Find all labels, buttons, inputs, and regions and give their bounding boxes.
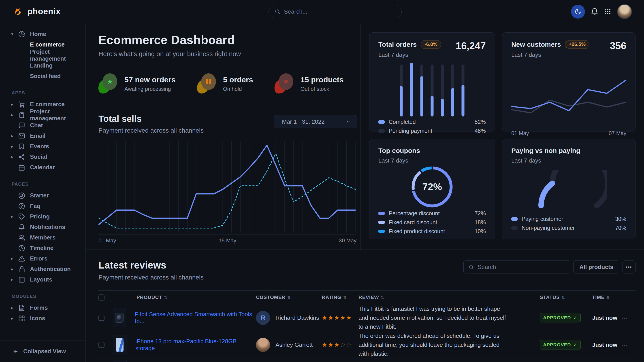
product-link[interactable]: iPhone 13 pro max-Pacific Blue-128GB sto… (136, 338, 256, 352)
reviews-search-input[interactable] (478, 264, 565, 271)
caret-right-icon: ▸ (11, 102, 18, 107)
sidebar-item-layouts[interactable]: ▸Layouts (0, 274, 86, 285)
product-thumbnail-phone (116, 338, 124, 352)
total-orders-value: 16,247 (456, 40, 486, 51)
brand[interactable]: phoenix (13, 6, 61, 17)
latest-reviews-section: Latest reviews Payment received across a… (86, 250, 644, 362)
reviews-search[interactable] (464, 261, 570, 274)
row-more-button[interactable]: ⋯ (618, 341, 636, 349)
search-input[interactable] (284, 8, 396, 15)
sidebar-item-label: Starter (30, 192, 49, 199)
grid-icon (18, 315, 25, 322)
x-tick: 01 May (98, 237, 116, 244)
status-badge: APPROVED ✓ (540, 340, 581, 350)
lock-icon (18, 266, 25, 273)
sidebar-item-pricing[interactable]: ▸Pricing (0, 211, 86, 222)
sidebar-item-calendar[interactable]: Calendar (0, 162, 86, 173)
bookmark-icon (18, 143, 25, 150)
chat-icon (18, 122, 25, 129)
all-products-button[interactable]: All products (573, 261, 620, 274)
caret-right-icon: ▸ (11, 316, 18, 321)
caret-right-icon: ▸ (11, 133, 18, 138)
legend-swatch (378, 129, 385, 133)
sidebar-item-authentication[interactable]: ▸Authentication (0, 264, 86, 274)
card-period: Last 7 days (378, 51, 441, 58)
sidebar-item-starter[interactable]: Starter (0, 190, 86, 201)
date-range-select[interactable]: Mar 1 - 31, 2022 (274, 115, 356, 128)
sidebar-item-timeline[interactable]: Timeline (0, 243, 86, 253)
stat-out-of-stock: ✕ 15 products Out of stock (274, 73, 344, 94)
paying-vs-non-paying-card: Paying vs non paying Last 7 days Paying … (502, 139, 636, 239)
legend-label: Completed (389, 119, 416, 125)
calendar-icon (18, 164, 25, 171)
product-thumbnail[interactable] (113, 308, 126, 327)
sidebar-item-forms[interactable]: ▸Forms (0, 303, 86, 313)
theme-toggle-moon-icon[interactable] (571, 5, 585, 18)
sidebar-item-faq[interactable]: Faq (0, 201, 86, 211)
sidebar-item-events[interactable]: ▸Events (0, 141, 86, 152)
users-icon (18, 234, 25, 241)
product-thumbnail-watch (115, 313, 124, 323)
legend-value: 72% (474, 210, 486, 217)
x-tick: 15 May (218, 237, 236, 244)
collapsed-view-toggle[interactable]: Collapsed View (0, 341, 85, 362)
column-header-status[interactable]: STATUS⇅ (540, 295, 592, 300)
total-orders-bar-chart (378, 61, 486, 117)
divider (98, 106, 356, 106)
card-title: Paying vs non paying (511, 147, 580, 154)
sidebar-item-home[interactable]: ▾Home (0, 29, 86, 39)
select-all-checkbox[interactable] (98, 295, 104, 301)
reviews-more-button[interactable]: ⋯ (622, 261, 636, 274)
sidebar-item-notifications[interactable]: Notifications (0, 222, 86, 232)
customer-name: Ashley Garrett (276, 342, 312, 348)
column-header-product[interactable]: PRODUCT⇅ (113, 295, 256, 300)
sidebar-item-project-management[interactable]: Project management (0, 50, 86, 60)
tag-icon (18, 213, 25, 220)
caret-right-icon: ▸ (11, 267, 18, 272)
sidebar-item-label: Authentication (30, 266, 71, 273)
user-avatar[interactable] (617, 4, 632, 19)
delta-badge: +26.5% (565, 40, 590, 49)
stat-title: 57 new orders (124, 75, 176, 84)
sidebar-item-label: Calendar (30, 164, 55, 171)
bell-icon (18, 224, 25, 231)
column-header-rating[interactable]: RATING⇅ (322, 295, 358, 300)
column-header-time[interactable]: TIME⇅ (592, 295, 618, 300)
star-filled-icon: ★ (334, 342, 340, 348)
total-sells-subtitle: Payment received across all channels (98, 127, 204, 134)
sidebar-item-email[interactable]: ▸Email (0, 131, 86, 141)
legend-value: 18% (474, 219, 486, 226)
sidebar-item-label: Members (30, 234, 56, 241)
new-customers-x-axis: 01 May 07 May (511, 127, 626, 136)
x-tick: 07 May (609, 130, 626, 136)
sidebar-item-members[interactable]: Members (0, 232, 86, 243)
pie-icon (18, 31, 25, 37)
row-checkbox[interactable] (98, 342, 104, 348)
legend-label: Fixed product discount (389, 228, 445, 235)
sidebar-item-icons[interactable]: ▸Icons (0, 313, 86, 324)
legend-item: Percentage discount72% (378, 209, 486, 218)
sidebar-item-project-management[interactable]: ▸Project management (0, 110, 86, 120)
sidebar-item-errors[interactable]: ▸Errors (0, 253, 86, 264)
customer-name: Richard Dawkins (276, 314, 319, 321)
total-orders-legend: Completed52%Pending payment48% (378, 117, 486, 135)
column-header-customer[interactable]: CUSTOMER⇅ (256, 295, 322, 300)
global-search[interactable] (268, 5, 402, 18)
sidebar-item-tables[interactable]: ▸Tables (0, 324, 86, 325)
column-header-review[interactable]: REVIEW⇅ (358, 295, 540, 300)
delta-badge: -6.8% (421, 40, 441, 49)
product-link[interactable]: Fitbit Sense Advanced Smartwatch with To… (135, 311, 256, 325)
row-checkbox[interactable] (98, 315, 104, 321)
reviews-table-body: Fitbit Sense Advanced Smartwatch with To… (98, 304, 636, 362)
stat-new-orders: ★ 57 new orders Awating processing (98, 73, 176, 94)
row-more-button[interactable]: ⋯ (618, 314, 636, 322)
sidebar-item-social-feed[interactable]: Social feed (0, 71, 86, 81)
product-thumbnail[interactable] (113, 360, 127, 362)
product-thumbnail[interactable] (113, 335, 126, 355)
sidebar-item-social[interactable]: ▸Social (0, 152, 86, 162)
compass-icon (18, 192, 25, 199)
apps-grid-icon[interactable] (604, 8, 611, 15)
review-table-row (98, 359, 636, 362)
notifications-bell-icon[interactable] (591, 8, 598, 15)
donut-center-label: 72% (410, 165, 454, 209)
